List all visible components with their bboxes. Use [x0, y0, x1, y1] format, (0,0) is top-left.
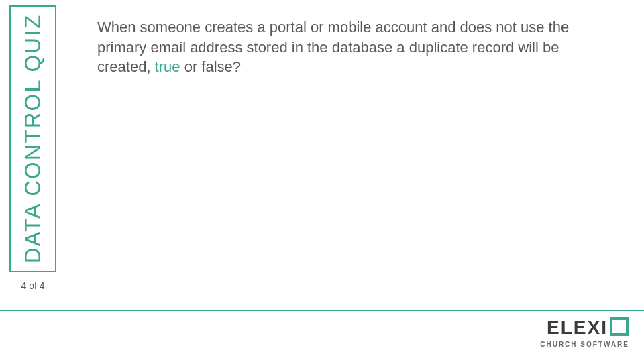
svg-rect-0: [611, 318, 627, 335]
page-indicator: 4 of 4: [9, 280, 56, 298]
page-total: 4: [40, 280, 45, 291]
page-of-word: of: [29, 280, 37, 291]
slide: DATA CONTROL QUIZ 4 of 4 When someone cr…: [0, 0, 644, 362]
brand-mark-icon: [609, 316, 629, 339]
brand-logo-main: ELEXI: [547, 316, 629, 339]
brand-name: ELEXI: [547, 317, 608, 339]
sidebar-title-box: DATA CONTROL QUIZ: [9, 5, 56, 272]
question-suffix: or false?: [180, 58, 241, 75]
question-answer: true: [155, 58, 180, 75]
brand-logo: ELEXI CHURCH SOFTWARE: [522, 316, 629, 355]
divider-line: [0, 310, 644, 311]
sidebar-title: DATA CONTROL QUIZ: [20, 14, 46, 264]
brand-subtitle: CHURCH SOFTWARE: [522, 341, 629, 348]
page-current: 4: [21, 280, 26, 291]
question-text: When someone creates a portal or mobile …: [97, 17, 607, 77]
